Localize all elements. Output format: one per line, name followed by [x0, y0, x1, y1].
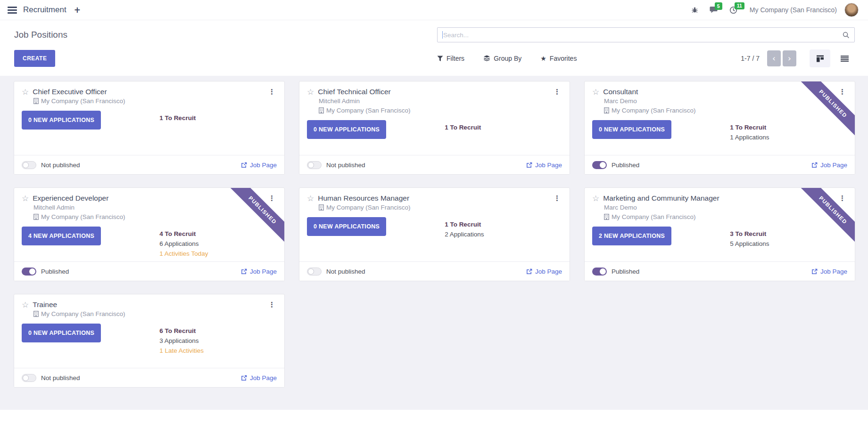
new-applications-button[interactable]: 0 NEW APPLICATIONS — [22, 324, 101, 342]
to-recruit-link[interactable]: 6 To Recruit — [159, 326, 204, 336]
new-applications-button[interactable]: 0 NEW APPLICATIONS — [22, 111, 101, 130]
building-icon — [33, 214, 39, 220]
favorite-star-icon[interactable]: ☆ — [22, 195, 29, 203]
job-page-link[interactable]: Job Page — [241, 268, 277, 275]
stats: 3 To Recruit 5 Applications — [730, 229, 769, 249]
favorite-star-icon[interactable]: ☆ — [592, 88, 599, 96]
hamburger-menu-icon[interactable] — [8, 7, 17, 14]
activities-link[interactable]: 1 Activities Today — [159, 249, 208, 259]
job-page-link[interactable]: Job Page — [811, 162, 847, 169]
applications-link[interactable]: 3 Applications — [159, 336, 204, 346]
applications-link[interactable]: 2 Applications — [445, 229, 484, 239]
to-recruit-link[interactable]: 1 To Recruit — [730, 122, 769, 132]
kebab-menu-icon[interactable]: ⋮ — [267, 194, 277, 203]
external-link-icon — [241, 268, 247, 275]
kebab-menu-icon[interactable]: ⋮ — [267, 300, 277, 309]
filters-button[interactable]: Filters — [437, 55, 464, 62]
kanban-view-button[interactable] — [810, 49, 830, 67]
job-page-label: Job Page — [535, 162, 562, 169]
text-caret — [442, 31, 443, 39]
kebab-menu-icon[interactable]: ⋮ — [837, 88, 847, 96]
kebab-menu-icon[interactable]: ⋮ — [837, 194, 847, 203]
to-recruit-link[interactable]: 1 To Recruit — [445, 219, 484, 229]
job-title[interactable]: Chief Technical Officer — [318, 88, 391, 96]
group-by-button[interactable]: Group By — [483, 55, 521, 62]
app-name[interactable]: Recruitment — [23, 5, 66, 15]
company-switcher[interactable]: My Company (San Francisco) — [750, 6, 837, 14]
plus-icon[interactable]: + — [74, 5, 81, 15]
favorites-button[interactable]: ★ Favorites — [540, 55, 577, 62]
kebab-menu-icon[interactable]: ⋮ — [267, 88, 277, 96]
stats: 1 To Recruit — [445, 122, 481, 132]
publish-toggle[interactable] — [22, 268, 36, 276]
user-avatar[interactable] — [844, 3, 859, 17]
job-card[interactable]: ☆ Trainee ⋮ My Company (San Francisco) 0… — [14, 294, 285, 388]
applications-link[interactable]: 6 Applications — [159, 239, 208, 249]
card-footer: Not published Job Page — [14, 155, 284, 174]
activities-clock-icon[interactable]: 11 — [729, 6, 737, 14]
job-title[interactable]: Chief Executive Officer — [33, 88, 107, 96]
kebab-menu-icon[interactable]: ⋮ — [552, 88, 562, 96]
favorite-star-icon[interactable]: ☆ — [22, 301, 29, 309]
stats: 4 To Recruit 6 Applications 1 Activities… — [159, 229, 208, 259]
job-card[interactable]: ☆ Chief Executive Officer ⋮ My Company (… — [14, 81, 285, 175]
favorite-star-icon[interactable]: ☆ — [307, 88, 314, 96]
job-page-link[interactable]: Job Page — [811, 268, 847, 275]
job-page-link[interactable]: Job Page — [241, 374, 277, 381]
to-recruit-link[interactable]: 1 To Recruit — [159, 113, 196, 123]
messages-icon[interactable]: 5 — [710, 6, 718, 14]
favorite-star-icon[interactable]: ☆ — [592, 195, 599, 203]
debug-bug-icon[interactable] — [691, 7, 698, 13]
search-icon[interactable] — [843, 32, 850, 39]
to-recruit-link[interactable]: 1 To Recruit — [445, 122, 481, 132]
publish-toggle[interactable] — [592, 161, 607, 169]
activities-link[interactable]: 1 Late Activities — [159, 346, 204, 356]
publish-toggle[interactable] — [307, 161, 322, 169]
applications-link[interactable]: 1 Applications — [730, 132, 769, 142]
create-button[interactable]: CREATE — [14, 50, 55, 67]
filter-row: Filters Group By ★ Favorites 1-7 / 7 ‹ › — [437, 49, 855, 67]
new-applications-button[interactable]: 0 NEW APPLICATIONS — [307, 217, 386, 236]
external-link-icon — [811, 162, 818, 168]
publish-toggle[interactable] — [22, 374, 36, 382]
search-input[interactable] — [443, 32, 843, 39]
company-name: My Company (San Francisco) — [612, 106, 696, 115]
new-applications-button[interactable]: 0 NEW APPLICATIONS — [307, 120, 386, 139]
new-applications-button[interactable]: 0 NEW APPLICATIONS — [592, 120, 671, 139]
favorite-star-icon[interactable]: ☆ — [22, 88, 29, 96]
job-page-link[interactable]: Job Page — [526, 268, 562, 275]
applications-link[interactable]: 5 Applications — [730, 239, 769, 249]
pager-next-button[interactable]: › — [783, 50, 796, 66]
job-title[interactable]: Consultant — [603, 88, 638, 96]
to-recruit-link[interactable]: 3 To Recruit — [730, 229, 769, 239]
job-card[interactable]: PUBLISHED ☆ Marketing and Community Mana… — [584, 187, 855, 281]
job-title[interactable]: Human Resources Manager — [318, 194, 409, 203]
publish-label: Published — [612, 162, 639, 169]
new-applications-button[interactable]: 2 NEW APPLICATIONS — [592, 227, 671, 245]
top-navbar: Recruitment + 5 11 My Company (San Franc… — [0, 0, 868, 20]
job-card[interactable]: ☆ Chief Technical Officer ⋮ Mitchell Adm… — [299, 81, 570, 175]
card-footer: Not published Job Page — [14, 368, 284, 387]
list-view-button[interactable] — [834, 49, 855, 67]
new-applications-button[interactable]: 4 NEW APPLICATIONS — [22, 227, 101, 245]
pager-previous-button[interactable]: ‹ — [767, 50, 781, 66]
job-title[interactable]: Trainee — [33, 300, 57, 309]
kebab-menu-icon[interactable]: ⋮ — [552, 194, 562, 203]
job-page-link[interactable]: Job Page — [241, 162, 277, 169]
messages-count-badge: 5 — [715, 2, 722, 10]
job-card[interactable]: PUBLISHED ☆ Experienced Developer ⋮ Mitc… — [14, 187, 285, 281]
to-recruit-link[interactable]: 4 To Recruit — [159, 229, 208, 239]
external-link-icon — [811, 268, 818, 275]
publish-toggle[interactable] — [307, 268, 322, 276]
search-box[interactable] — [437, 27, 855, 42]
job-title[interactable]: Experienced Developer — [33, 194, 108, 203]
job-title[interactable]: Marketing and Community Manager — [603, 194, 719, 203]
publish-toggle[interactable] — [22, 161, 36, 169]
publish-label: Not published — [326, 268, 365, 275]
publish-toggle[interactable] — [592, 268, 607, 276]
job-card[interactable]: ☆ Human Resources Manager ⋮ My Company (… — [299, 187, 570, 281]
job-card[interactable]: PUBLISHED ☆ Consultant ⋮ Marc Demo My Co… — [584, 81, 855, 175]
job-page-link[interactable]: Job Page — [526, 162, 562, 169]
favorite-star-icon[interactable]: ☆ — [307, 195, 314, 203]
kanban-board: ☆ Chief Executive Officer ⋮ My Company (… — [0, 76, 868, 410]
